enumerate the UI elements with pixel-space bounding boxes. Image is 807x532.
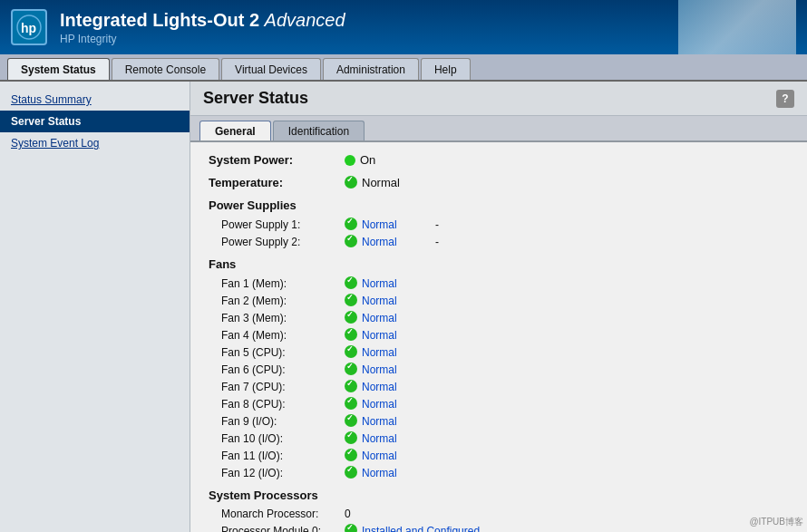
fan-check-icon	[345, 328, 358, 342]
fan-value: Normal	[345, 431, 417, 445]
system-processors-title: System Processors	[209, 488, 789, 502]
svg-text:hp: hp	[21, 21, 36, 35]
fan-row: Fan 2 (Mem): Normal	[209, 294, 789, 307]
processor-value: Installed and Configured	[345, 524, 480, 532]
power-supply-extra: -	[435, 236, 439, 248]
fan-label: Fan 8 (CPU):	[221, 398, 345, 411]
tab-remote-console[interactable]: Remote Console	[112, 58, 219, 80]
fan-check-icon	[345, 311, 358, 324]
system-power-value: On	[345, 153, 375, 167]
fan-check-icon	[345, 431, 358, 445]
page-title: Server Status	[203, 89, 308, 108]
fan-check-icon	[345, 380, 358, 393]
header-image	[678, 0, 796, 54]
watermark: @ITPUB博客	[749, 516, 803, 528]
power-supplies-list: Power Supply 1: Normal - Power Supply 2:…	[209, 218, 789, 248]
power-supply-label: Power Supply 1:	[221, 218, 345, 231]
help-button[interactable]: ?	[776, 90, 794, 108]
fans-title: Fans	[209, 257, 789, 271]
main-layout: Status Summary Server Status System Even…	[0, 82, 807, 532]
fan-label: Fan 12 (I/O):	[221, 467, 345, 479]
app-header: hp Integrated Lights-Out 2 Advanced HP I…	[0, 0, 807, 54]
fan-value: Normal	[345, 363, 417, 376]
nav-bar: System Status Remote Console Virtual Dev…	[0, 54, 807, 82]
fan-row: Fan 4 (Mem): Normal	[209, 328, 789, 342]
fan-label: Fan 9 (I/O):	[221, 415, 345, 428]
power-supply-row: Power Supply 2: Normal -	[209, 235, 789, 248]
fan-check-icon	[345, 276, 358, 290]
fan-check-icon	[345, 294, 358, 307]
fan-label: Fan 4 (Mem):	[221, 329, 345, 342]
fan-label: Fan 11 (I/O):	[221, 450, 345, 462]
tab-virtual-devices[interactable]: Virtual Devices	[221, 58, 321, 80]
tab-help[interactable]: Help	[421, 58, 471, 80]
fan-value: Normal	[345, 328, 417, 342]
fan-check-icon	[345, 449, 358, 462]
tab-general[interactable]: General	[199, 121, 271, 140]
fan-row: Fan 11 (I/O): Normal	[209, 449, 789, 462]
fan-row: Fan 12 (I/O): Normal	[209, 466, 789, 479]
fan-label: Fan 7 (CPU):	[221, 381, 345, 393]
processor-row: Processor Module 0: Installed and Config…	[209, 524, 789, 532]
fan-check-icon	[345, 397, 358, 411]
processor-value: 0	[345, 508, 417, 520]
fan-row: Fan 1 (Mem): Normal	[209, 276, 789, 290]
processor-row: Monarch Processor: 0	[209, 508, 789, 520]
system-power-row: System Power: On	[209, 153, 789, 167]
fan-check-icon	[345, 466, 358, 479]
fans-list: Fan 1 (Mem): Normal Fan 2 (Mem): Normal …	[209, 276, 789, 479]
fan-row: Fan 10 (I/O): Normal	[209, 431, 789, 445]
inner-tabs: General Identification	[190, 116, 807, 142]
fan-value: Normal	[345, 311, 417, 324]
sidebar-item-server-status[interactable]: Server Status	[0, 111, 190, 132]
app-title: Integrated Lights-Out 2 Advanced	[60, 10, 345, 31]
tab-system-status[interactable]: System Status	[7, 58, 110, 80]
temperature-value: Normal	[345, 176, 400, 189]
fan-value: Normal	[345, 449, 417, 462]
fan-check-icon	[345, 363, 358, 376]
fan-check-icon	[345, 345, 358, 359]
ps-check-icon	[345, 235, 358, 248]
power-supply-label: Power Supply 2:	[221, 236, 345, 248]
sidebar: Status Summary Server Status System Even…	[0, 82, 190, 532]
fan-row: Fan 6 (CPU): Normal	[209, 363, 789, 376]
processors-list: Monarch Processor: 0 Processor Module 0:…	[209, 508, 789, 532]
tab-identification[interactable]: Identification	[273, 121, 365, 140]
sidebar-item-status-summary[interactable]: Status Summary	[0, 89, 190, 111]
temperature-row: Temperature: Normal	[209, 176, 789, 189]
fan-value: Normal	[345, 294, 417, 307]
proc-check-icon	[345, 524, 358, 532]
fan-value: Normal	[345, 345, 417, 359]
fan-label: Fan 2 (Mem):	[221, 295, 345, 307]
power-supply-value: Normal	[345, 235, 417, 248]
ps-check-icon	[345, 218, 358, 231]
content-area: Server Status ? General Identification S…	[190, 82, 807, 532]
system-power-label: System Power:	[209, 153, 345, 167]
power-supply-value: Normal	[345, 218, 417, 231]
power-supply-row: Power Supply 1: Normal -	[209, 218, 789, 231]
fan-label: Fan 10 (I/O):	[221, 432, 345, 445]
fan-label: Fan 6 (CPU):	[221, 363, 345, 376]
fan-check-icon	[345, 414, 358, 428]
fan-label: Fan 1 (Mem):	[221, 277, 345, 290]
processor-label: Processor Module 0:	[221, 525, 345, 533]
app-subtitle: HP Integrity	[60, 33, 345, 45]
power-indicator	[345, 155, 355, 166]
fan-value: Normal	[345, 276, 417, 290]
fan-value: Normal	[345, 380, 417, 393]
power-supply-extra: -	[435, 218, 439, 231]
sidebar-item-system-event-log[interactable]: System Event Log	[0, 132, 190, 154]
fan-label: Fan 3 (Mem):	[221, 312, 345, 324]
content-header: Server Status ?	[190, 82, 807, 116]
fan-label: Fan 5 (CPU):	[221, 346, 345, 359]
fan-row: Fan 8 (CPU): Normal	[209, 397, 789, 411]
table-content: System Power: On Temperature: Normal Pow…	[190, 142, 807, 532]
fan-row: Fan 7 (CPU): Normal	[209, 380, 789, 393]
tab-administration[interactable]: Administration	[323, 58, 419, 80]
fan-row: Fan 3 (Mem): Normal	[209, 311, 789, 324]
processor-label: Monarch Processor:	[221, 508, 345, 520]
temperature-indicator	[345, 176, 358, 189]
temperature-label: Temperature:	[209, 176, 345, 189]
fan-value: Normal	[345, 466, 417, 479]
fan-value: Normal	[345, 414, 417, 428]
